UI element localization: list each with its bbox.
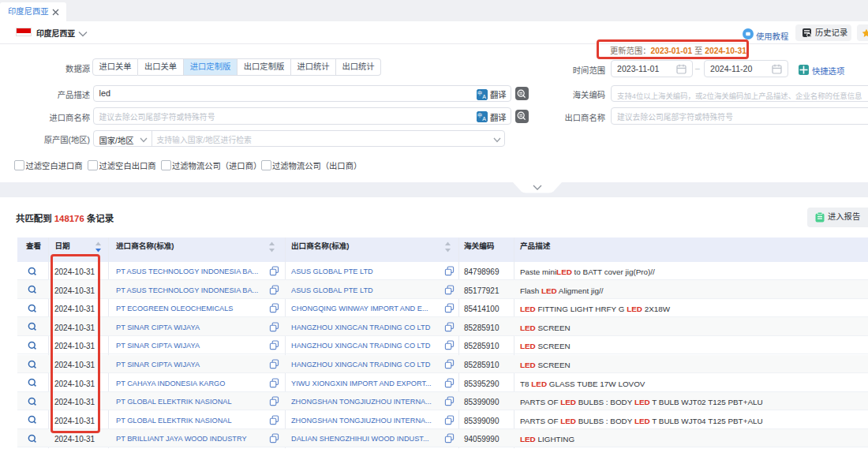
- svg-text:A: A: [482, 94, 486, 99]
- svg-text:中: 中: [477, 112, 482, 118]
- svg-text:A: A: [482, 116, 486, 122]
- svg-text:中: 中: [477, 89, 482, 95]
